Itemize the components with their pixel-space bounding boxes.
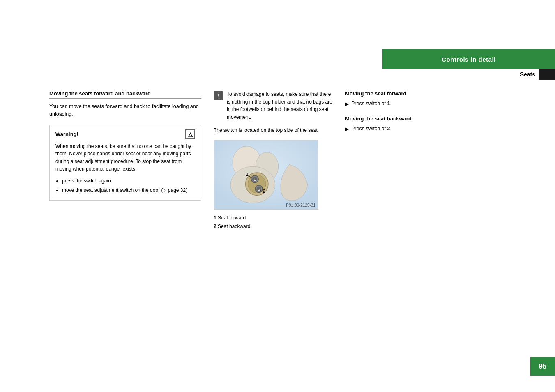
svg-text:1: 1 [254, 178, 256, 182]
image-reference: P91.00-2129-31 [286, 203, 315, 208]
controls-in-detail-title: Controls in detail [442, 56, 496, 63]
backward-section-title: Moving the seat backward [345, 115, 472, 122]
section-heading: Moving the seats forward and backward [49, 90, 201, 97]
bullet-2: move the seat adjustment switch on the d… [62, 187, 195, 194]
subtitle-black-block [539, 69, 555, 80]
bullet-1: press the switch again [62, 177, 195, 185]
warning-box: Warning! △ When moving the seats, be sur… [49, 125, 201, 201]
caption-2: 2 Seat backward [214, 222, 335, 231]
section-divider [49, 98, 201, 99]
warning-header: Warning! △ [55, 129, 195, 139]
forward-instruction: ▶ Press switch at 1. [345, 100, 472, 108]
backward-arrow-icon: ▶ [345, 125, 349, 133]
seat-diagram-svg: 1 2 1 2 [214, 140, 318, 209]
intro-text: You can move the seats forward and back … [49, 103, 201, 118]
backward-instruction: ▶ Press switch at 2. [345, 125, 472, 133]
switch-location-text: The switch is located on the top side of… [214, 127, 335, 134]
svg-text:2: 2 [258, 188, 260, 191]
image-captions: 1 Seat forward 2 Seat backward [214, 214, 335, 231]
forward-instruction-text: Press switch at 1. [351, 100, 391, 108]
caption-2-number: 2 [214, 224, 216, 229]
left-column: Moving the seats forward and backward Yo… [49, 90, 201, 201]
backward-instruction-text: Press switch at 2. [351, 125, 391, 133]
page-number-box: 95 [530, 357, 555, 376]
header-subtitle-bar: Seats [382, 69, 555, 80]
svg-text:2: 2 [263, 189, 265, 194]
seats-subtitle: Seats [520, 71, 535, 78]
right-column: Moving the seat forward ▶ Press switch a… [345, 90, 472, 140]
page-number: 95 [539, 362, 547, 371]
forward-section-title: Moving the seat forward [345, 90, 472, 97]
notice-box: ! To avoid damage to seats, make sure th… [214, 90, 335, 121]
warning-label: Warning! [55, 131, 78, 137]
middle-column: ! To avoid damage to seats, make sure th… [214, 90, 335, 231]
warning-body-text: When moving the seats, be sure that no o… [55, 143, 195, 173]
warning-triangle-icon: △ [185, 129, 195, 139]
notice-text: To avoid damage to seats, make sure that… [227, 90, 335, 121]
svg-text:1: 1 [246, 172, 249, 177]
warning-bullets-list: press the switch again move the seat adj… [55, 177, 195, 194]
forward-arrow-icon: ▶ [345, 100, 349, 108]
seat-image: 1 2 1 2 P91.00-2129-31 [214, 140, 318, 210]
caption-2-label: Seat backward [218, 224, 250, 229]
caption-1-number: 1 [214, 215, 216, 221]
header-banner: Controls in detail [382, 49, 555, 69]
notice-icon: ! [214, 91, 223, 100]
caption-1: 1 Seat forward [214, 214, 335, 222]
caption-1-label: Seat forward [218, 215, 246, 221]
